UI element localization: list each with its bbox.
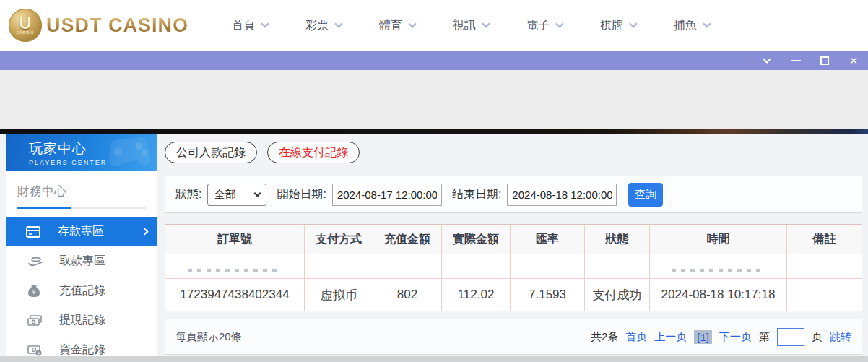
chevron-down-icon	[555, 20, 563, 27]
logo-icon: U CASINO	[9, 9, 42, 42]
players-center-header: 玩家中心 PLAYERS CENTER	[6, 134, 157, 171]
divider-band	[0, 129, 868, 134]
chevron-down-icon	[254, 190, 261, 197]
logo-badge-text: CASINO	[16, 30, 34, 35]
col-actual-amount: 實際金額	[442, 225, 511, 254]
record-tabs: 公司入款記錄 在線支付記錄	[165, 142, 862, 163]
content-area: 公司入款記錄 在線支付記錄 狀態: 全部 開始日期: 结束日期: 查詢 訂單號 …	[165, 134, 862, 355]
nav-item-slots[interactable]: 電子	[526, 18, 563, 33]
cell-status: 支付成功	[585, 279, 650, 311]
table-footer: 每頁顯示20條 共2条 首页 上一页 [1] 下一页 第 页 跳转	[165, 319, 862, 355]
close-icon[interactable]: ×	[848, 55, 859, 66]
col-recharge-amount: 充值金額	[373, 225, 442, 254]
logo-monogram: U	[19, 16, 31, 30]
first-page-link[interactable]: 首页	[625, 330, 647, 344]
nav-item-lottery[interactable]: 彩票	[305, 18, 342, 33]
sidebar-item-label: 提現記錄	[59, 313, 105, 328]
cell-time: 2024-08-18 10:17:18	[650, 279, 787, 311]
svg-text:¥: ¥	[32, 289, 36, 296]
col-order-no: 訂單號	[165, 225, 305, 254]
jump-suffix: 页	[812, 330, 823, 344]
sidebar: 玩家中心 PLAYERS CENTER 財務中心 存款專區 取款專區	[6, 134, 157, 356]
card-icon	[26, 225, 42, 239]
cash-coin-icon: ¥	[27, 343, 43, 357]
search-button[interactable]: 查詢	[628, 183, 663, 207]
cell-order-no: 1723947438402344	[165, 279, 305, 311]
cell-actual-amount: 112.02	[442, 279, 511, 311]
start-date-input[interactable]	[332, 184, 442, 206]
sidebar-item-deposit[interactable]: 存款專區	[6, 217, 157, 246]
window-titlebar: ×	[0, 51, 868, 70]
table-row-clipped	[165, 254, 862, 279]
jump-button[interactable]: 跳转	[830, 330, 851, 344]
minimize-icon[interactable]	[790, 55, 802, 66]
maximize-icon[interactable]	[819, 55, 830, 66]
chevron-down-icon	[482, 20, 490, 27]
sidebar-item-withdraw[interactable]: 取款專區	[6, 247, 157, 275]
sidebar-menu: 存款專區 取款專區 ¥ 充值記錄 提現記錄	[6, 217, 157, 356]
col-pay-method: 支付方式	[305, 225, 373, 254]
status-select[interactable]: 全部	[207, 184, 266, 206]
table-header-row: 訂單號 支付方式 充值金額 實際金額 匯率 狀態 時間 備註	[165, 225, 862, 254]
chevron-down-icon	[334, 20, 342, 27]
page-number-input[interactable]	[777, 328, 804, 346]
gamepad-icon	[101, 136, 153, 171]
clipped-row-text	[188, 269, 282, 272]
col-time: 時間	[650, 225, 787, 254]
tab-online-payment-records[interactable]: 在線支付記錄	[267, 142, 360, 163]
jump-prefix: 第	[759, 330, 770, 344]
cell-pay-method: 虚拟币	[305, 279, 373, 311]
col-status: 狀態	[585, 225, 650, 254]
records-table: 訂單號 支付方式 充值金額 實際金額 匯率 狀態 時間 備註 17239	[165, 224, 862, 311]
chevron-down-icon	[703, 20, 711, 27]
banknotes-icon	[27, 314, 43, 328]
logo[interactable]: U CASINO USDT CASINO	[9, 9, 188, 42]
prev-page-link[interactable]: 上一页	[654, 330, 687, 344]
sidebar-item-label: 存款專區	[58, 224, 104, 239]
col-note: 備註	[787, 225, 862, 254]
bottom-strip	[0, 356, 868, 362]
end-date-input[interactable]	[507, 184, 617, 206]
pagination: 共2条 首页 上一页 [1] 下一页 第 页 跳转	[591, 328, 851, 346]
sidebar-item-label: 充值記錄	[59, 283, 105, 298]
next-page-link[interactable]: 下一页	[719, 330, 752, 344]
main-nav: 首頁 彩票 體育 視訊 電子 棋牌 捕魚	[232, 18, 710, 33]
sidebar-item-funds-records[interactable]: ¥ 資金記錄	[6, 336, 157, 356]
tab-company-deposit-records[interactable]: 公司入款記錄	[165, 142, 257, 163]
money-bag-icon: ¥	[27, 284, 43, 298]
cell-note	[787, 279, 862, 311]
nav-item-live[interactable]: 視訊	[453, 18, 489, 33]
start-date-label: 開始日期:	[277, 187, 326, 202]
nav-item-home[interactable]: 首頁	[232, 18, 268, 33]
sidebar-item-label: 取款專區	[59, 254, 105, 269]
finance-section: 財務中心	[6, 171, 157, 209]
finance-section-label: 財務中心	[17, 183, 146, 199]
end-date-label: 结束日期:	[452, 187, 501, 202]
page-size-text: 每頁顯示20條	[175, 330, 242, 344]
nav-item-sports[interactable]: 體育	[379, 18, 415, 33]
empty-content-area	[0, 70, 868, 129]
sidebar-item-recharge-records[interactable]: ¥ 充值記錄	[6, 277, 157, 305]
table-row: 1723947438402344 虚拟币 802 112.02 7.1593 支…	[165, 279, 862, 311]
current-page-indicator: [1]	[694, 330, 712, 344]
total-count: 共2条	[591, 330, 618, 344]
site-title: USDT CASINO	[46, 14, 188, 37]
cell-rate: 7.1593	[511, 279, 585, 311]
chevron-down-icon	[408, 20, 416, 27]
status-label: 狀態:	[175, 187, 201, 202]
chevron-right-icon	[142, 228, 149, 236]
hand-coins-icon	[27, 254, 43, 269]
nav-item-fishing[interactable]: 捕魚	[674, 18, 710, 33]
sidebar-item-label: 資金記錄	[59, 342, 105, 356]
nav-item-boardgames[interactable]: 棋牌	[600, 18, 636, 33]
main-area: 玩家中心 PLAYERS CENTER 財務中心 存款專區 取款專區	[0, 134, 868, 362]
section-underline	[17, 207, 146, 209]
col-rate: 匯率	[511, 225, 585, 254]
clipped-row-text	[672, 269, 765, 272]
sidebar-item-withdrawal-records[interactable]: 提現記錄	[6, 306, 157, 335]
site-header: U CASINO USDT CASINO 首頁 彩票 體育 視訊 電子 棋牌 捕…	[0, 0, 868, 51]
filter-bar: 狀態: 全部 開始日期: 结束日期: 查詢	[165, 176, 862, 213]
chevron-down-icon	[261, 20, 269, 27]
collapse-icon[interactable]	[761, 55, 773, 66]
chevron-down-icon	[629, 20, 637, 27]
